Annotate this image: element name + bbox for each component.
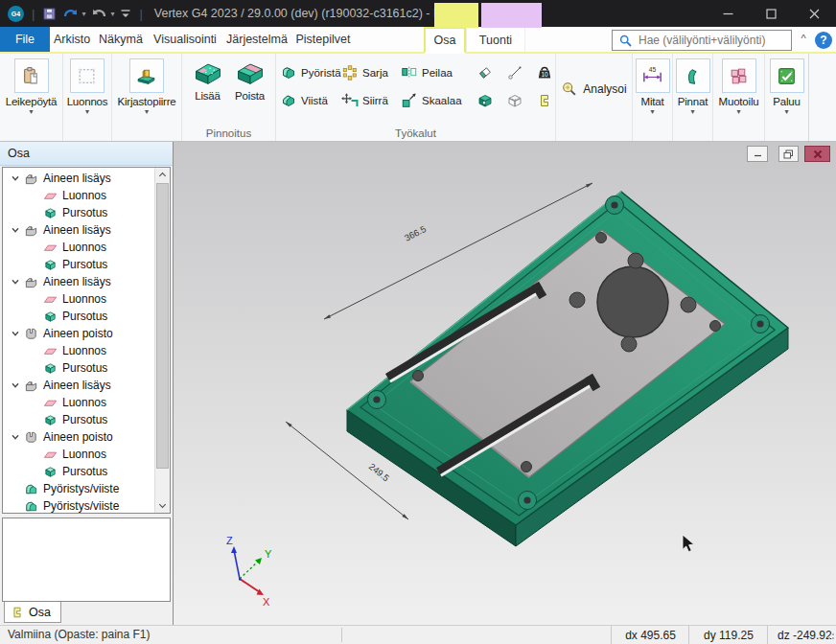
- tree-item-label: Luonnos: [62, 396, 106, 409]
- add-coating-icon: [192, 61, 224, 87]
- app-logo-icon[interactable]: G4: [8, 6, 24, 22]
- pattern-button[interactable]: Sarja: [341, 64, 401, 81]
- tree-item[interactable]: Pursotus: [5, 463, 154, 480]
- tab-jarjestelma[interactable]: Järjestelmä: [222, 27, 291, 52]
- viewport-close-button[interactable]: [804, 146, 830, 162]
- return-check-icon: [777, 66, 797, 86]
- viewport-restore-button[interactable]: [778, 146, 799, 162]
- tab-visualisointi[interactable]: Visualisointi: [148, 27, 222, 52]
- solid-box-button[interactable]: [470, 92, 499, 109]
- part-tool-button[interactable]: [529, 93, 559, 108]
- tree-item-label: Aineen poisto: [43, 327, 113, 340]
- return-button[interactable]: Paluu ▾: [770, 54, 804, 116]
- close-button[interactable]: [793, 0, 836, 27]
- fillet-button[interactable]: Pyöristä: [280, 64, 341, 81]
- tree-item[interactable]: Luonnos: [5, 187, 154, 204]
- tab-tuonti[interactable]: Tuonti: [466, 27, 525, 52]
- sweep-tool-button[interactable]: [470, 64, 499, 81]
- search-box[interactable]: [612, 30, 792, 51]
- viewport-minimize-button[interactable]: [747, 146, 768, 162]
- chevron-down-icon[interactable]: [11, 380, 20, 390]
- tree-item-label: Luonnos: [62, 344, 106, 357]
- undo-button[interactable]: [62, 7, 79, 21]
- tree-item[interactable]: Pursotus: [5, 411, 154, 428]
- tab-arkisto[interactable]: Arkisto: [50, 27, 94, 52]
- chamfer-button[interactable]: Viistä: [280, 92, 341, 109]
- tree-item[interactable]: Aineen lisäys: [5, 377, 154, 394]
- chevron-down-icon[interactable]: [11, 225, 20, 235]
- tree-item[interactable]: Luonnos: [5, 342, 154, 359]
- tree-item[interactable]: Luonnos: [5, 290, 154, 308]
- tree-item[interactable]: Pursotus: [5, 204, 154, 221]
- tree-item[interactable]: Pyöristys/viiste: [5, 480, 154, 497]
- forming-button[interactable]: Muotoilu ▾: [719, 54, 759, 116]
- chevron-down-icon[interactable]: [11, 329, 20, 338]
- maximize-button[interactable]: [750, 0, 793, 27]
- tree-item-label: Pyöristys/viiste: [43, 482, 119, 495]
- clipboard-button[interactable]: Leikepöytä ▾: [6, 54, 58, 116]
- remove-coating-button[interactable]: Poista: [234, 54, 267, 102]
- ribbon-cell-analysoi: Analysoi: [556, 54, 633, 141]
- tab-pistepilvet[interactable]: Pistepilvet: [291, 27, 355, 52]
- sketch-button[interactable]: Luonnos ▾: [67, 54, 108, 116]
- tree-item[interactable]: Aineen poisto: [5, 325, 154, 342]
- add-icon: [24, 223, 38, 238]
- tree-item[interactable]: Luonnos: [5, 394, 154, 411]
- tab-osa[interactable]: Osa: [424, 27, 466, 54]
- mirror-button[interactable]: Peilaa: [401, 64, 470, 81]
- tree-item[interactable]: Pursotus: [5, 359, 154, 377]
- tree-item-label: Pursotus: [62, 413, 107, 426]
- analyze-button[interactable]: Analysoi: [561, 80, 626, 98]
- tree-item[interactable]: Aineen lisäys: [5, 170, 154, 187]
- move-button[interactable]: Siirrä: [341, 92, 401, 109]
- sketch-icon: [43, 448, 58, 462]
- redo-dropdown-caret-icon[interactable]: ▾: [110, 10, 114, 18]
- chevron-down-icon[interactable]: [11, 432, 20, 442]
- tree-item-label: Luonnos: [62, 292, 106, 306]
- help-button[interactable]: ?: [815, 32, 832, 49]
- pattern-icon: [341, 64, 359, 81]
- weight-button[interactable]: 10: [529, 64, 559, 81]
- tree-item-label: Luonnos: [62, 241, 106, 254]
- customize-toolbar-button[interactable]: [120, 8, 131, 19]
- surfaces-button[interactable]: Pinnat ▾: [676, 54, 710, 116]
- tree-item[interactable]: Pyöristys/viiste: [5, 497, 154, 514]
- scrollbar-thumb[interactable]: [156, 183, 169, 469]
- panel-tab-osa[interactable]: Osa: [4, 602, 61, 623]
- tree-item[interactable]: Pursotus: [5, 308, 154, 325]
- undo-dropdown-caret-icon[interactable]: ▾: [81, 10, 85, 18]
- tree-item[interactable]: Aineen lisäys: [5, 273, 154, 290]
- add-coating-button[interactable]: Lisää: [192, 54, 224, 102]
- 3d-viewport[interactable]: 366.5 249.5: [174, 142, 836, 625]
- tab-file[interactable]: File: [0, 27, 50, 52]
- scroll-down-button[interactable]: [155, 498, 170, 513]
- tree-item[interactable]: Pursotus: [5, 256, 154, 273]
- save-button[interactable]: [42, 7, 57, 21]
- dimensions-button[interactable]: 45 Mitat ▾: [636, 54, 670, 116]
- tab-nakyma[interactable]: Näkymä: [94, 27, 148, 52]
- wireframe-box-button[interactable]: [499, 92, 529, 109]
- tree-scrollbar[interactable]: [154, 168, 170, 513]
- dropdown-caret-icon: ▾: [85, 108, 89, 116]
- tree-item[interactable]: Aineen lisäys: [5, 221, 154, 239]
- redo-button[interactable]: [91, 7, 107, 21]
- measure-line-button[interactable]: [499, 64, 529, 81]
- minimize-button[interactable]: [707, 0, 750, 27]
- status-dx: dx 495.65: [611, 626, 689, 644]
- tree-item-label: Pyöristys/viiste: [43, 499, 119, 513]
- chevron-down-icon[interactable]: [11, 173, 20, 183]
- library-feature-button[interactable]: Kirjastopiirre ▾: [117, 54, 175, 116]
- scroll-up-button[interactable]: [155, 168, 170, 182]
- dropdown-caret-icon: ▾: [784, 108, 788, 116]
- search-input[interactable]: [637, 33, 791, 48]
- collapse-ribbon-button[interactable]: ^: [796, 33, 811, 44]
- scale-button[interactable]: Skaalaa: [401, 92, 470, 109]
- tuonti-tab-highlight: [481, 3, 542, 28]
- tree-item[interactable]: Luonnos: [5, 239, 154, 256]
- tree-item[interactable]: Luonnos: [5, 446, 154, 463]
- tree-item[interactable]: Aineen poisto: [5, 428, 154, 446]
- resize-grip[interactable]: [825, 630, 835, 643]
- svg-text:45: 45: [649, 65, 657, 72]
- chevron-down-icon[interactable]: [11, 277, 20, 287]
- close-icon: [813, 150, 823, 159]
